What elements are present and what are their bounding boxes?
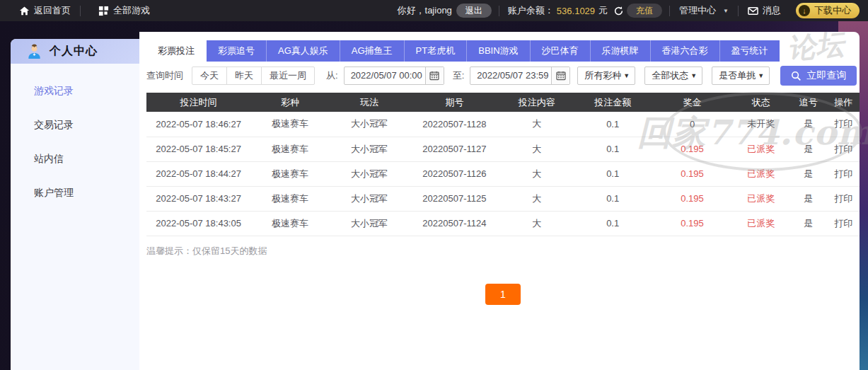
- sidebar-nav: 游戏记录交易记录站内信账户管理: [11, 64, 139, 209]
- table-row: 2022-05-07 18:43:27极速赛车大小冠军20220507-1125…: [146, 186, 860, 211]
- table-row: 2022-05-07 18:43:05极速赛车大小冠军20220507-1124…: [146, 211, 860, 236]
- column-header: 状态: [733, 93, 790, 112]
- from-label: 从:: [326, 69, 338, 82]
- refresh-icon[interactable]: [613, 6, 624, 16]
- table-cell: 大小冠军: [330, 161, 409, 186]
- table-cell: 未开奖: [733, 112, 790, 137]
- table-cell: 已派奖: [733, 161, 790, 186]
- balance-label: 账户余额：: [508, 4, 554, 17]
- table-row: 2022-05-07 18:46:27极速赛车大小冠军20220507-1128…: [146, 112, 860, 137]
- tab-2[interactable]: 彩票追号: [207, 40, 267, 62]
- back-home-link[interactable]: 返回首页: [10, 0, 80, 21]
- search-button[interactable]: 立即查询: [780, 66, 857, 86]
- query-time-label: 查询时间: [146, 69, 183, 82]
- table-cell: 0.195: [652, 211, 733, 236]
- table-cell: 0.1: [574, 161, 652, 186]
- table-cell: 0.195: [652, 137, 733, 161]
- filter-select-2[interactable]: 全部状态▼: [644, 67, 702, 85]
- filter-select-1[interactable]: 所有彩种▼: [577, 67, 635, 85]
- table-cell: 是: [789, 137, 827, 161]
- logout-button[interactable]: 退出: [456, 4, 492, 18]
- date-from-value: 2022/05/07 00:00: [345, 67, 425, 84]
- tab-8[interactable]: 乐游棋牌: [591, 40, 651, 62]
- table-cell: 是: [789, 211, 827, 236]
- filter-select-value-1: 所有彩种: [584, 69, 621, 82]
- main-panel: 彩票投注彩票追号AG真人娱乐AG捕鱼王PT老虎机BBIN游戏沙巴体育乐游棋牌香港…: [139, 32, 860, 370]
- print-button[interactable]: 打印: [828, 137, 860, 161]
- to-label: 至:: [453, 69, 465, 82]
- tab-5[interactable]: PT老虎机: [405, 40, 468, 62]
- quick-range-button-3[interactable]: 最近一周: [261, 67, 315, 85]
- filter-select-3[interactable]: 是否单挑▼: [712, 67, 770, 85]
- calendar-from-button[interactable]: [425, 67, 444, 84]
- tab-3[interactable]: AG真人娱乐: [267, 40, 340, 62]
- table-cell: 2022-05-07 18:43:27: [146, 186, 250, 211]
- date-from-input[interactable]: 2022/05/07 00:00: [344, 67, 444, 85]
- table-cell: 2022-05-07 18:45:27: [146, 137, 250, 161]
- table-cell: 大小冠军: [330, 112, 409, 137]
- tab-6[interactable]: BBIN游戏: [467, 40, 530, 62]
- calendar-to-button[interactable]: [551, 67, 569, 84]
- table-cell: 极速赛车: [250, 161, 330, 186]
- print-button[interactable]: 打印: [828, 186, 860, 211]
- calendar-icon: [556, 71, 566, 81]
- table-cell: 0.1: [574, 137, 652, 161]
- table-cell: 20220507-1126: [409, 161, 500, 186]
- table-cell: 大: [500, 186, 574, 211]
- pagination: 1: [146, 284, 860, 305]
- date-to-value: 2022/05/07 23:59: [470, 67, 551, 84]
- column-header: 操作: [828, 93, 860, 112]
- table-cell: 大: [500, 211, 574, 236]
- main-content: 彩票投注彩票追号AG真人娱乐AG捕鱼王PT老虎机BBIN游戏沙巴体育乐游棋牌香港…: [146, 40, 860, 305]
- all-games-label: 全部游戏: [113, 4, 150, 17]
- table-header: 投注时间彩种玩法期号投注内容投注金额奖金状态追号操作: [146, 93, 860, 112]
- table-cell: 0.1: [574, 211, 652, 236]
- grid-icon: [98, 6, 109, 16]
- download-center-button[interactable]: ↓ 下载中心: [796, 3, 860, 18]
- sidebar-item-1[interactable]: 游戏记录: [11, 74, 139, 108]
- tab-9[interactable]: 香港六合彩: [651, 40, 720, 62]
- tab-1[interactable]: 彩票投注: [146, 40, 207, 62]
- messages-link[interactable]: 消息: [739, 0, 790, 21]
- balance-unit: 元: [598, 4, 608, 17]
- sidebar: 个人中心 游戏记录交易记录站内信账户管理: [11, 39, 139, 370]
- quick-range-button-1[interactable]: 今天: [192, 67, 227, 85]
- print-button[interactable]: 打印: [828, 112, 860, 137]
- table-cell: 已派奖: [733, 211, 790, 236]
- tab-7[interactable]: 沙巴体育: [531, 40, 591, 62]
- column-header: 追号: [789, 93, 827, 112]
- table-cell: 20220507-1125: [409, 186, 500, 211]
- filter-bar: 查询时间 今天昨天最近一周 从: 2022/05/07 00:00: [146, 66, 860, 86]
- filter-selects: 所有彩种▼全部状态▼是否单挑▼: [577, 67, 779, 85]
- topbar-right: 你好，tajiong 退出 账户余额： 536.1029 元 充值 管理中心 ▼: [398, 0, 868, 21]
- search-button-label: 立即查询: [806, 69, 846, 82]
- date-to-input[interactable]: 2022/05/07 23:59: [470, 67, 570, 85]
- all-games-link[interactable]: 全部游戏: [89, 0, 159, 21]
- quick-range-button-2[interactable]: 昨天: [226, 67, 262, 85]
- table-cell: 是: [789, 161, 827, 186]
- print-button[interactable]: 打印: [828, 211, 860, 236]
- table-cell: 20220507-1127: [409, 137, 500, 161]
- greeting-text: 你好，tajiong: [398, 4, 452, 17]
- table-cell: 20220507-1124: [409, 211, 500, 236]
- sidebar-item-3[interactable]: 站内信: [11, 141, 139, 175]
- column-header: 彩种: [250, 93, 330, 112]
- tab-4[interactable]: AG捕鱼王: [340, 40, 405, 62]
- page-1-button[interactable]: 1: [485, 284, 521, 305]
- tab-bar: 彩票投注彩票追号AG真人娱乐AG捕鱼王PT老虎机BBIN游戏沙巴体育乐游棋牌香港…: [146, 40, 860, 62]
- calendar-icon: [429, 71, 439, 81]
- table-row: 2022-05-07 18:44:27极速赛车大小冠军20220507-1126…: [146, 161, 860, 186]
- sidebar-item-4[interactable]: 账户管理: [11, 175, 139, 209]
- column-header: 投注金额: [574, 93, 652, 112]
- download-icon: ↓: [799, 5, 810, 16]
- sidebar-item-2[interactable]: 交易记录: [11, 108, 139, 141]
- sidebar-title: 个人中心: [50, 44, 98, 59]
- admin-center-menu[interactable]: 管理中心 ▼: [670, 0, 738, 21]
- messages-label: 消息: [763, 4, 781, 17]
- table-cell: 0.1: [574, 186, 652, 211]
- tab-10[interactable]: 盈亏统计: [720, 40, 780, 62]
- print-button[interactable]: 打印: [828, 161, 860, 186]
- recharge-button[interactable]: 充值: [627, 4, 662, 18]
- table-cell: 是: [789, 112, 827, 137]
- search-icon: [791, 71, 802, 81]
